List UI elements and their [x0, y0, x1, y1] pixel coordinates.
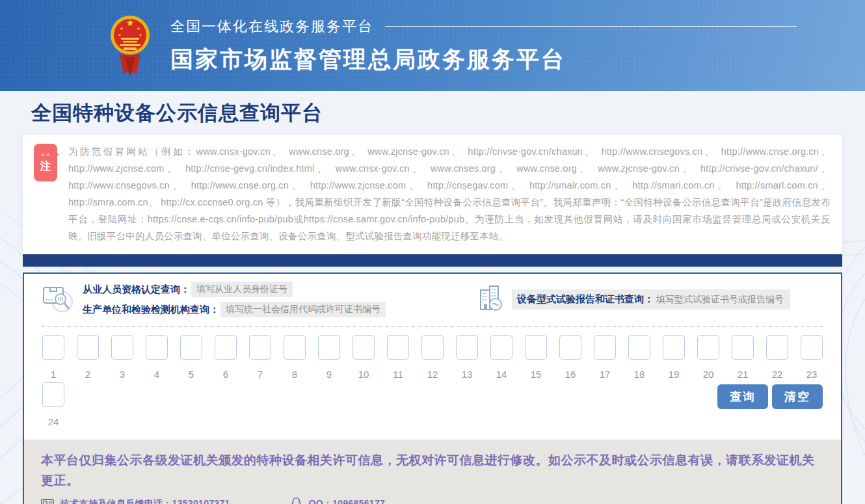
- code-char-input-11[interactable]: [387, 335, 409, 360]
- code-char-index: 2: [85, 369, 90, 380]
- code-char-input-1[interactable]: [42, 335, 64, 360]
- code-char-input-24[interactable]: [42, 382, 64, 407]
- site-title: 国家市场监督管理总局政务服务平台: [170, 44, 865, 75]
- code-char-input-17[interactable]: [594, 335, 616, 360]
- code-char-input-13[interactable]: [456, 335, 478, 360]
- qq-text: QQ：1096856177: [309, 498, 386, 504]
- navy-divider-bar: [23, 254, 842, 267]
- code-char-index: 12: [427, 369, 438, 380]
- code-char-cell: 8: [284, 335, 306, 380]
- qq-penguin-icon: [290, 497, 302, 504]
- code-char-index: 6: [223, 369, 228, 380]
- anti-fake-notice-card: ^ ^ 注 为防范假冒网站（例如：www.cnsx-gov.cn、 www.cn…: [23, 135, 842, 254]
- search-button[interactable]: 查询: [717, 384, 768, 409]
- code-char-cell: 19: [663, 335, 685, 380]
- code-char-input-2[interactable]: [77, 335, 99, 360]
- svg-text:★: ★: [126, 18, 135, 28]
- note-bubble-icon: ^ ^ 注: [34, 144, 57, 181]
- code-char-input-4[interactable]: [146, 335, 168, 360]
- code-char-index: 23: [806, 369, 818, 380]
- code-char-input-14[interactable]: [490, 335, 512, 360]
- fax-phone-icon: [41, 497, 54, 504]
- equipment-query-group: 设备型式试验报告和证书查询： 填写型式试验证书号或报告编号: [475, 284, 790, 316]
- code-char-cell: 6: [215, 335, 237, 380]
- code-char-cell: 17: [594, 335, 616, 380]
- building-report-icon: [475, 284, 504, 316]
- code-char-index: 9: [326, 369, 332, 380]
- code-char-cell: 3: [111, 335, 133, 380]
- code-char-input-7[interactable]: [249, 335, 271, 360]
- code-char-input-22[interactable]: [766, 335, 788, 360]
- code-char-input-19[interactable]: [663, 335, 685, 360]
- code-char-cell: 4: [146, 335, 168, 380]
- code-char-input-5[interactable]: [180, 335, 202, 360]
- code-char-cell: 1: [42, 335, 64, 380]
- unit-query-label: 生产单位和检验检测机构查询：: [83, 304, 219, 316]
- code-char-input-3[interactable]: [111, 335, 133, 360]
- code-entry-area: 1234567891011121314151617181920212223 24…: [24, 327, 841, 427]
- code-char-cell: 14: [490, 335, 512, 380]
- code-char-index: 10: [358, 369, 369, 380]
- code-char-index: 20: [703, 369, 714, 380]
- code-char-index: 21: [738, 369, 749, 380]
- phone-label: 技术支持及信息反馈电话：: [60, 498, 172, 504]
- personnel-query-group: 从业人员资格认定查询： 填写从业人员身份证号 生产单位和检验检测机构查询： 填写…: [41, 282, 386, 317]
- action-buttons: 查询 清空: [717, 384, 823, 409]
- page-title: 全国特种设备公示信息查询平台: [31, 99, 865, 127]
- code-char-index: 8: [292, 369, 297, 380]
- equipment-query-hint: 填写型式试验证书号或报告编号: [656, 294, 784, 306]
- code-char-index: 14: [496, 369, 507, 380]
- code-char-index: 18: [634, 369, 645, 380]
- code-char-index: 22: [772, 369, 783, 380]
- code-char-input-23[interactable]: [801, 335, 823, 360]
- code-boxes-row-1: 1234567891011121314151617181920212223: [42, 335, 823, 380]
- code-char-cell: 2: [77, 335, 99, 380]
- svg-text:★: ★: [120, 26, 124, 31]
- code-char-index: 15: [531, 369, 542, 380]
- code-boxes-row-2: 24 查询 清空: [42, 382, 823, 427]
- site-header: ★ ★ ★ ★ ★ 全国一体化在线政务服务平台 国家市场监督管理总局政务服务平台: [0, 0, 865, 91]
- code-char-cell: 7: [249, 335, 271, 380]
- clear-button[interactable]: 清空: [772, 384, 823, 409]
- code-char-input-12[interactable]: [421, 335, 444, 360]
- code-char-cell: 24: [42, 382, 64, 427]
- code-char-cell: 12: [421, 335, 444, 380]
- code-char-index: 11: [393, 369, 403, 380]
- badge-divider-line: [385, 26, 797, 27]
- code-char-input-10[interactable]: [353, 335, 375, 360]
- code-char-index: 5: [189, 369, 194, 380]
- svg-text:★: ★: [137, 26, 140, 31]
- code-char-cell: 21: [732, 335, 754, 380]
- code-char-cell: 9: [318, 335, 340, 380]
- code-char-index: 19: [669, 369, 680, 380]
- personnel-query-hint: 填写从业人员身份证号: [191, 282, 293, 297]
- code-char-cell: 18: [628, 335, 650, 380]
- code-char-index: 24: [48, 416, 59, 427]
- unit-query-hint: 填写统一社会信用代码或许可证书编号: [220, 302, 386, 317]
- code-char-cell: 20: [697, 335, 719, 380]
- code-char-input-16[interactable]: [559, 335, 581, 360]
- code-char-input-15[interactable]: [525, 335, 547, 360]
- code-char-index: 13: [462, 369, 473, 380]
- code-char-input-9[interactable]: [318, 335, 340, 360]
- code-char-index: 4: [154, 369, 159, 380]
- disclaimer-text: 本平台仅归集公示各级发证机关颁发的特种设备相关许可信息，无权对许可信息进行修改。…: [41, 450, 824, 490]
- code-char-input-6[interactable]: [215, 335, 237, 360]
- panel-footer: 本平台仅归集公示各级发证机关颁发的特种设备相关许可信息，无权对许可信息进行修改。…: [24, 440, 841, 504]
- code-char-index: 16: [565, 369, 576, 380]
- contact-row: 技术支持及信息反馈电话：13520107371 QQ：1096856177: [41, 497, 824, 504]
- code-char-cell: 5: [180, 335, 202, 380]
- code-char-input-18[interactable]: [628, 335, 650, 360]
- code-char-input-20[interactable]: [697, 335, 719, 360]
- note-face-glyph: ^ ^: [41, 153, 49, 160]
- national-emblem-icon: ★ ★ ★ ★ ★: [111, 12, 150, 79]
- qq-label: QQ：: [309, 498, 333, 504]
- query-info-row: 从业人员资格认定查询： 填写从业人员身份证号 生产单位和检验检测机构查询： 填写…: [24, 274, 841, 317]
- code-char-cell: 16: [559, 335, 581, 380]
- code-char-cell: 15: [525, 335, 547, 380]
- code-char-cell: 22: [766, 335, 788, 380]
- code-char-input-21[interactable]: [732, 335, 754, 360]
- code-char-input-8[interactable]: [284, 335, 306, 360]
- svg-text:★: ★: [118, 33, 121, 37]
- code-char-index: 17: [600, 369, 611, 380]
